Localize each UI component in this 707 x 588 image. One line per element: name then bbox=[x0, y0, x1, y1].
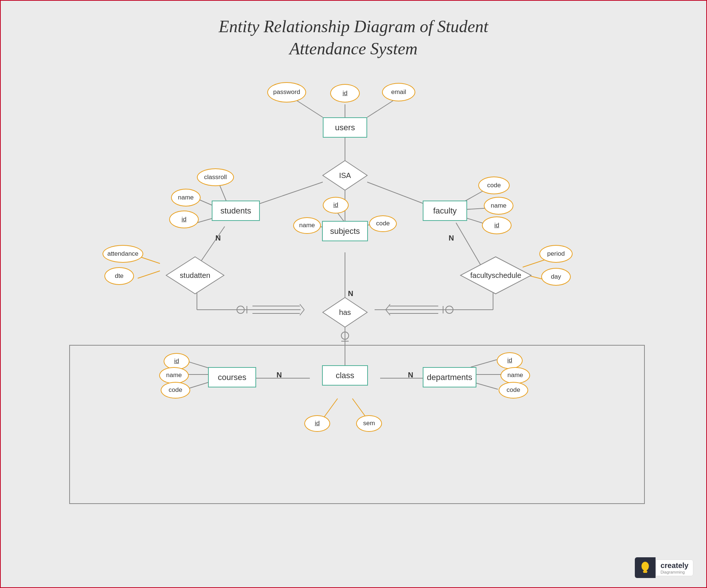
attr-users-email: email bbox=[382, 83, 415, 101]
svg-point-44 bbox=[446, 306, 453, 313]
diamond-studatten: studatten bbox=[165, 256, 225, 295]
attr-courses-name: name bbox=[159, 367, 189, 384]
svg-line-1 bbox=[297, 101, 323, 117]
svg-line-48 bbox=[386, 304, 390, 310]
entity-class: class bbox=[322, 365, 368, 386]
svg-point-38 bbox=[237, 306, 244, 313]
main-container: Entity Relationship Diagram of Student A… bbox=[0, 0, 707, 588]
n-label-faculty-facultyschedule: N bbox=[449, 234, 454, 242]
svg-rect-59 bbox=[643, 572, 647, 573]
svg-line-42 bbox=[300, 304, 304, 310]
svg-point-56 bbox=[641, 562, 649, 571]
entity-courses: courses bbox=[208, 367, 256, 387]
entity-departments: departments bbox=[423, 367, 476, 387]
svg-line-2 bbox=[367, 101, 393, 117]
svg-line-5 bbox=[367, 182, 430, 206]
attr-studatten-attendance: attendance bbox=[103, 245, 143, 263]
svg-point-50 bbox=[341, 332, 349, 339]
attr-users-password: password bbox=[267, 82, 306, 103]
entity-faculty: faculty bbox=[423, 201, 467, 221]
attr-students-id: id bbox=[169, 211, 199, 228]
attr-subjects-id: id bbox=[323, 197, 349, 214]
entity-users: users bbox=[323, 117, 367, 138]
creately-logo: creately Diagramming bbox=[635, 557, 693, 578]
attr-departments-code: code bbox=[499, 382, 528, 399]
attr-faculty-name: name bbox=[484, 197, 513, 215]
entity-subjects: subjects bbox=[322, 221, 368, 241]
attr-class-sem: sem bbox=[356, 415, 382, 432]
attr-subjects-code: code bbox=[369, 215, 397, 232]
diamond-facultyschedule: facultyschedule bbox=[460, 256, 532, 295]
logo-text-area: creately Diagramming bbox=[656, 560, 693, 576]
entity-students: students bbox=[212, 201, 260, 221]
attr-students-name: name bbox=[171, 189, 201, 206]
attr-facultyschedule-day: day bbox=[541, 268, 571, 286]
attr-courses-code: code bbox=[161, 382, 190, 399]
diamond-has: has bbox=[322, 297, 368, 328]
n-label-students-studatten: N bbox=[215, 234, 221, 242]
svg-line-4 bbox=[252, 182, 323, 206]
attr-faculty-id: id bbox=[482, 216, 512, 234]
diagram-title: Entity Relationship Diagram of Student A… bbox=[1, 1, 706, 60]
svg-line-18 bbox=[138, 271, 160, 278]
attr-faculty-code: code bbox=[478, 177, 510, 194]
attr-subjects-name: name bbox=[293, 217, 321, 234]
attr-facultyschedule-period: period bbox=[539, 245, 573, 263]
attr-departments-id: id bbox=[497, 352, 523, 369]
svg-line-49 bbox=[386, 310, 390, 315]
attr-departments-name: name bbox=[500, 367, 530, 384]
attr-users-id: id bbox=[330, 84, 360, 103]
diamond-isa: ISA bbox=[322, 160, 368, 191]
svg-line-43 bbox=[300, 310, 304, 315]
attr-students-classroll: classroll bbox=[197, 168, 234, 186]
attr-studatten-dte: dte bbox=[104, 267, 134, 285]
attr-class-id: id bbox=[304, 415, 330, 432]
logo-icon bbox=[635, 557, 656, 578]
